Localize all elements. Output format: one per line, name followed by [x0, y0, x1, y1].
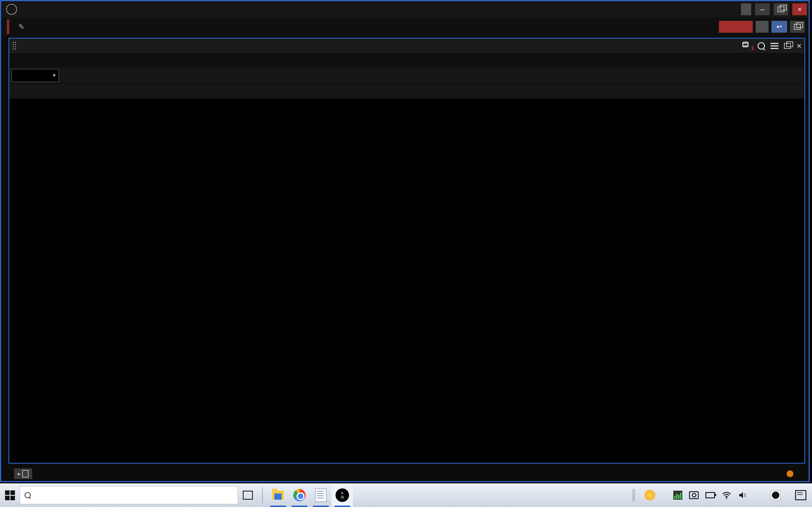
tray-chart-icon[interactable]	[673, 491, 682, 500]
task-view-button[interactable]	[238, 483, 258, 507]
candlestick-chart[interactable]	[9, 99, 804, 463]
order-button[interactable]	[719, 21, 753, 33]
logout-button[interactable]	[741, 3, 751, 15]
feedback-button[interactable]: ↩	[771, 21, 787, 33]
ime-language-icon[interactable]	[771, 490, 780, 500]
search-icon	[24, 492, 31, 498]
weather-widget[interactable]	[645, 490, 659, 501]
taskbar-marketspeed[interactable]: Rılı	[332, 483, 353, 507]
file-explorer-icon	[272, 491, 284, 500]
page-toolbar: ✎ ↩	[1, 17, 809, 36]
window-tab-strip	[9, 53, 804, 68]
marketspeed-logo-icon	[6, 4, 17, 15]
link-group-icon[interactable]: 1	[742, 42, 752, 50]
statusbar-panel-icon	[22, 470, 29, 477]
battery-icon[interactable]	[705, 490, 715, 500]
taskbar-separator	[262, 487, 263, 503]
app-close-button[interactable]: ×	[792, 3, 807, 15]
top-menu-bar: – ×	[1, 1, 809, 17]
edit-page-name-icon[interactable]: ✎	[18, 22, 24, 31]
window-title-bar[interactable]: 1 ×	[9, 39, 804, 53]
sun-icon	[645, 490, 655, 501]
taskbar-chrome[interactable]	[289, 483, 310, 507]
task-view-icon	[243, 491, 253, 500]
chart-area[interactable]	[9, 99, 804, 463]
taskbar-file-explorer[interactable]	[267, 483, 289, 507]
windows-logo-icon	[5, 490, 15, 500]
chrome-icon	[293, 489, 306, 501]
symbol-search-icon[interactable]	[758, 42, 765, 50]
start-button[interactable]	[0, 483, 20, 507]
drawing-toolbar	[9, 83, 804, 99]
notepad-icon	[315, 489, 327, 502]
panel-layout-button[interactable]	[790, 21, 805, 33]
windows-taskbar: Rılı	[0, 483, 812, 507]
desktop-toolbar[interactable]	[633, 489, 637, 501]
page-toolbar-buttons: ↩	[708, 21, 809, 33]
menu-right-icons: – ×	[737, 3, 809, 15]
speaker-icon[interactable]	[738, 490, 748, 500]
restore-icon	[777, 6, 784, 12]
drag-grip-icon[interactable]	[12, 41, 17, 51]
wifi-icon[interactable]	[722, 490, 731, 500]
camera-icon[interactable]	[689, 490, 699, 500]
window-duplicate-icon[interactable]	[784, 43, 791, 49]
page-accent-bar	[7, 19, 9, 34]
panel-layout-icon	[794, 24, 801, 30]
chart-toolbar: ▼	[9, 68, 804, 83]
multitool-window: 1 × ▼	[8, 38, 805, 464]
toolbar-handle[interactable]	[633, 489, 633, 501]
app-minimize-button[interactable]: –	[755, 3, 770, 15]
interval-dropdown[interactable]: ▼	[11, 69, 59, 82]
statusbar-expand-button[interactable]: ▸	[14, 468, 32, 479]
taskbar-notepad[interactable]	[310, 483, 332, 507]
app-restore-button[interactable]	[774, 3, 788, 15]
ime-mode-icon[interactable]	[755, 490, 764, 500]
window-menu-icon[interactable]	[770, 43, 778, 49]
marketspeed-taskbar-icon: Rılı	[336, 489, 349, 502]
action-center-icon[interactable]	[795, 490, 806, 500]
broker-status-bar: ▸	[1, 466, 809, 481]
system-tray	[673, 490, 780, 500]
marketspeed-app-window: – × ✎ ↩ 1 ×	[0, 0, 810, 482]
chevron-down-icon: ▼	[52, 73, 56, 78]
app-logo	[1, 4, 27, 15]
help-button[interactable]	[756, 21, 769, 33]
window-close-icon[interactable]: ×	[797, 41, 802, 51]
taskbar-search-input[interactable]	[20, 486, 238, 504]
interval-status-icon	[786, 470, 794, 477]
